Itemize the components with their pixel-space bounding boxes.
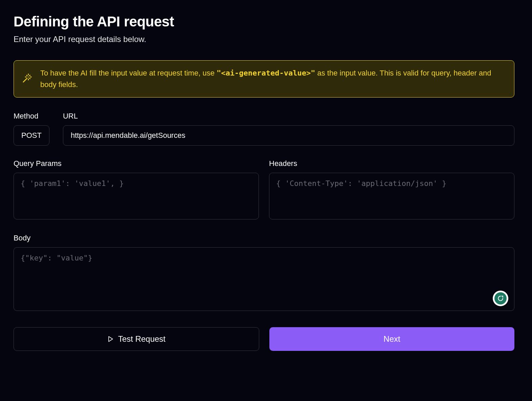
method-field-group: Method POST [14,112,49,146]
ai-value-tip: To have the AI fill the input value at r… [14,60,514,98]
method-label: Method [14,112,49,121]
tip-code: "<ai-generated-value>" [217,69,315,77]
query-params-input[interactable] [14,173,259,219]
next-label: Next [383,334,400,344]
grammarly-badge[interactable] [493,291,508,306]
url-field-group: URL [63,112,514,146]
tip-text: To have the AI fill the input value at r… [40,67,506,90]
headers-input[interactable] [269,173,514,219]
test-request-label: Test Request [118,334,165,344]
query-params-label: Query Params [14,159,259,168]
svg-marker-0 [109,337,113,342]
headers-group: Headers [269,159,514,219]
headers-label: Headers [269,159,514,168]
magic-wand-icon [22,73,32,85]
body-group: Body [14,234,514,312]
url-input[interactable] [63,125,514,146]
grammarly-icon [494,292,507,304]
tip-prefix: To have the AI fill the input value at r… [40,69,217,77]
next-button[interactable]: Next [269,327,514,351]
test-request-button[interactable]: Test Request [14,327,259,351]
page-title: Defining the API request [14,14,514,30]
url-label: URL [63,112,514,121]
body-input[interactable] [14,247,514,311]
method-select[interactable]: POST [14,125,49,146]
query-params-group: Query Params [14,159,259,219]
body-label: Body [14,234,514,242]
api-request-form: Defining the API request Enter your API … [14,14,514,351]
page-subtitle: Enter your API request details below. [14,35,514,44]
play-icon [107,336,114,342]
